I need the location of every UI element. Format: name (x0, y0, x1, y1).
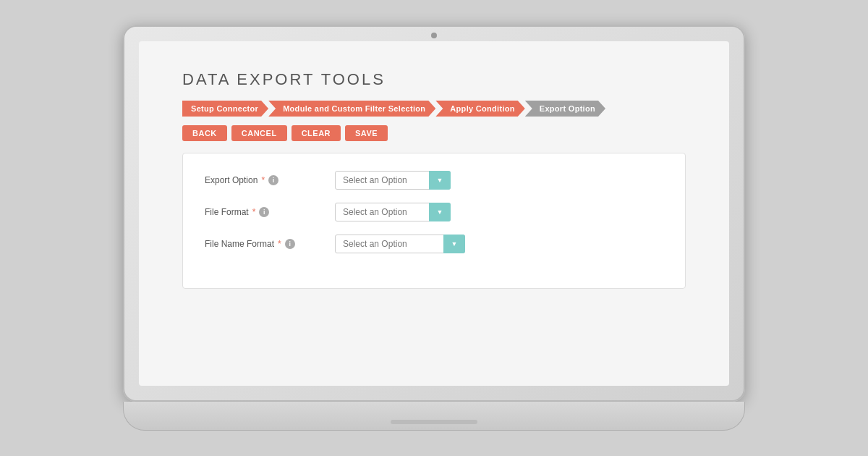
clear-button[interactable]: CLEAR (292, 125, 341, 141)
laptop-camera (431, 33, 437, 38)
cancel-button[interactable]: CANCEL (231, 125, 287, 141)
step-export-option[interactable]: Export Option (525, 101, 605, 117)
export-option-row: Export Option* i Select an Option (205, 171, 663, 190)
file-format-row: File Format* i Select an Option (205, 203, 663, 221)
steps-breadcrumb: Setup Connector Module and Custom Filter… (182, 101, 686, 117)
file-name-format-info-icon[interactable]: i (285, 239, 295, 249)
file-name-format-select[interactable]: Select an Option (335, 235, 465, 253)
laptop-screen: DATA EXPORT TOOLS Setup Connector Module… (139, 41, 729, 386)
file-format-select[interactable]: Select an Option (335, 203, 451, 221)
file-format-info-icon[interactable]: i (259, 207, 269, 217)
file-name-format-label-text: File Name Format (205, 239, 274, 249)
file-name-format-row: File Name Format* i Select an Option (205, 235, 663, 253)
back-button[interactable]: BACK (182, 125, 227, 141)
save-button[interactable]: SAVE (345, 125, 388, 141)
screen-content: DATA EXPORT TOOLS Setup Connector Module… (139, 41, 729, 386)
export-option-select[interactable]: Select an Option (335, 171, 451, 190)
laptop-base (123, 402, 745, 431)
file-name-format-required-star: * (278, 239, 281, 249)
file-format-label-text: File Format (205, 207, 249, 217)
step-button-setup-connector[interactable]: Setup Connector (182, 101, 268, 117)
step-module-filter[interactable]: Module and Custom Filter Selection (268, 101, 435, 117)
step-button-module-filter[interactable]: Module and Custom Filter Selection (268, 101, 435, 117)
file-format-required-star: * (252, 207, 256, 217)
step-button-apply-condition[interactable]: Apply Condition (435, 101, 524, 117)
file-format-label: File Format* i (205, 207, 335, 217)
action-buttons-bar: BACK CANCEL CLEAR SAVE (182, 125, 686, 141)
step-button-export-option[interactable]: Export Option (525, 101, 605, 117)
form-card: Export Option* i Select an Option (182, 153, 686, 289)
step-apply-condition[interactable]: Apply Condition (435, 101, 524, 117)
export-option-label: Export Option* i (205, 175, 335, 185)
export-option-label-text: Export Option (205, 175, 258, 185)
export-option-required-star: * (261, 175, 265, 185)
export-option-info-icon[interactable]: i (268, 175, 278, 185)
step-setup-connector[interactable]: Setup Connector (182, 101, 268, 117)
file-name-format-label: File Name Format* i (205, 239, 335, 249)
laptop-body: DATA EXPORT TOOLS Setup Connector Module… (123, 25, 745, 402)
file-format-select-wrapper: Select an Option (335, 203, 451, 221)
laptop-mockup: DATA EXPORT TOOLS Setup Connector Module… (123, 25, 745, 431)
export-option-select-wrapper: Select an Option (335, 171, 451, 190)
page-title: DATA EXPORT TOOLS (182, 70, 686, 89)
file-name-format-select-wrapper: Select an Option (335, 235, 465, 253)
